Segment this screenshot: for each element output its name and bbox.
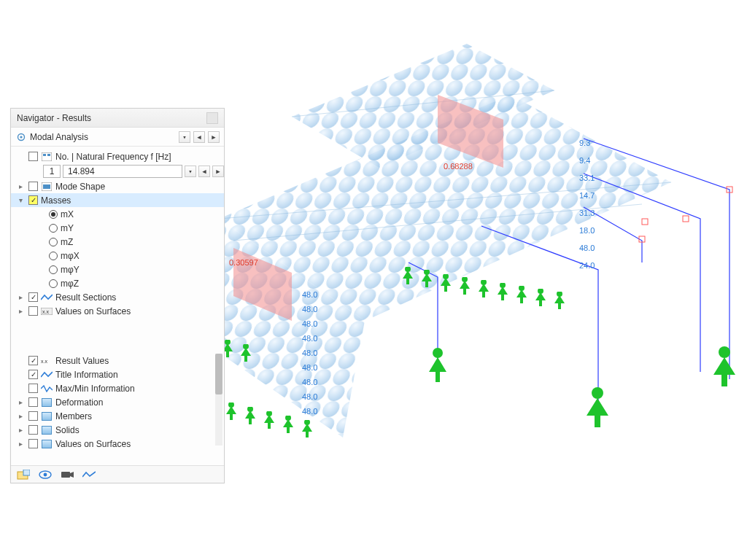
chevron-right-icon[interactable]: ▸ [15,293,26,301]
navigator-panel: Navigator - Results Modal Analysis ▾ ◀ ▶… [10,108,225,483]
navigator-data-button[interactable] [15,468,31,481]
display-item-label: Max/Min Information [55,384,135,394]
freq-value-row: 1 14.894 ▾ ◀ ▶ [11,163,224,179]
svg-point-20 [719,346,730,358]
display-item-solids[interactable]: ▸Solids [11,423,224,437]
tree-item-mZ[interactable]: mZ [11,235,224,249]
eye-icon[interactable] [37,468,53,481]
checkbox[interactable] [28,397,38,407]
freq-checkbox[interactable] [28,152,38,161]
checkbox[interactable] [28,384,38,393]
svg-rect-45 [43,154,46,156]
svg-marker-13 [429,357,446,372]
checkbox[interactable] [28,356,38,365]
mode-shape-icon [41,182,53,192]
svg-text:48.0: 48.0 [302,305,317,314]
svg-marker-57 [70,472,74,478]
values-icon: x.x [41,356,53,366]
svg-text:9.3: 9.3 [579,139,590,147]
panel-titlebar: Navigator - Results [11,109,224,128]
panel-close-button[interactable] [206,112,218,124]
tree-item-mX[interactable]: mX [11,207,224,221]
mode-number-input[interactable]: 1 [43,165,61,178]
frequency-value-input[interactable]: 14.894 [63,165,182,178]
tree-item-mphiZ[interactable]: mφZ [11,276,224,290]
chevron-right-icon[interactable]: ▸ [15,440,26,448]
tree-item-mode-shape[interactable]: ▸ Mode Shape [11,179,224,193]
camera-icon[interactable] [59,468,75,481]
display-item-members[interactable]: ▸Members [11,409,224,423]
display-item-max-min-information[interactable]: Max/Min Information [11,381,224,395]
svg-text:33.1: 33.1 [579,174,595,182]
freq-header-row: No. | Natural Frequency f [Hz] [11,149,224,163]
svg-rect-15 [436,372,440,382]
chevron-right-icon[interactable]: ▸ [15,426,26,434]
mode-shape-checkbox[interactable] [28,182,38,191]
svg-rect-56 [61,472,70,478]
display-item-deformation[interactable]: ▸Deformation [11,395,224,409]
analysis-prev-button[interactable]: ◀ [193,131,205,143]
tree-item-masses[interactable]: ▾ Masses [11,193,224,207]
display-item-values-on-surfaces[interactable]: ▸Values on Surfaces [11,437,224,448]
radio-mphiX[interactable] [49,252,58,260]
analysis-dropdown[interactable]: ▾ [179,131,190,143]
svg-marker-16 [587,398,608,416]
checkbox[interactable] [28,370,38,379]
analysis-name: Modal Analysis [30,132,176,142]
svg-rect-46 [47,154,50,156]
tree-item-mphiY[interactable]: mφY [11,262,224,276]
checkbox[interactable] [28,425,38,435]
svg-rect-53 [23,470,30,475]
results-toggle-icon[interactable] [81,468,97,481]
radio-mX[interactable] [49,210,58,219]
svg-text:31.3: 31.3 [579,209,595,217]
chevron-down-icon[interactable]: ▾ [15,196,26,204]
checkbox[interactable] [28,411,38,421]
section-label-1: 0.68288 [444,162,473,171]
color-square-icon [41,439,53,449]
svg-marker-19 [713,357,735,375]
svg-point-43 [20,136,22,138]
display-item-title-information[interactable]: Title Information [11,368,224,381]
svg-text:48.0: 48.0 [302,363,317,372]
chevron-right-icon[interactable]: ▸ [15,307,26,315]
gear-icon [15,131,27,143]
display-item-label: Deformation [55,397,103,408]
chevron-right-icon[interactable]: ▸ [15,182,26,190]
result-sections-checkbox[interactable] [28,292,38,302]
radio-mZ[interactable] [49,238,58,246]
masses-checkbox[interactable] [28,195,38,205]
svg-text:48.0: 48.0 [579,244,595,252]
freq-dropdown[interactable]: ▾ [185,166,196,177]
display-item-label: Title Information [55,370,118,380]
maxmin-icon [41,384,53,394]
xx-icon: x.x [41,306,53,316]
freq-prev-button[interactable]: ◀ [198,166,210,177]
tree-item-values-on-surfaces[interactable]: ▸ x.x Values on Surfaces [11,304,224,318]
color-square-icon [41,425,53,435]
svg-rect-21 [721,375,727,386]
color-square-icon [41,397,53,408]
svg-text:14.7: 14.7 [579,191,595,200]
display-item-result-values[interactable]: x.xResult Values [11,354,224,368]
tree-item-result-sections[interactable]: ▸ Result Sections [11,290,224,304]
freq-next-button[interactable]: ▶ [212,166,224,177]
radio-mY[interactable] [49,224,58,233]
chevron-right-icon[interactable]: ▸ [15,398,26,406]
result-sections-label: Result Sections [55,292,116,303]
analysis-next-button[interactable]: ▶ [208,131,220,143]
radio-mphiY[interactable] [49,265,58,274]
values-surfaces-checkbox[interactable] [28,306,38,316]
svg-rect-48 [43,184,50,189]
mode-shape-label: Mode Shape [55,182,105,192]
chevron-right-icon[interactable]: ▸ [15,412,26,420]
tree-item-mphiX[interactable]: mφX [11,249,224,262]
svg-text:18.0: 18.0 [579,226,595,235]
section-icon [41,292,53,303]
freq-icon [41,152,53,162]
tree-item-mY[interactable]: mY [11,221,224,235]
display-item-label: Result Values [55,356,109,366]
svg-rect-11 [642,219,648,225]
radio-mphiZ[interactable] [49,279,58,288]
checkbox[interactable] [28,439,38,448]
